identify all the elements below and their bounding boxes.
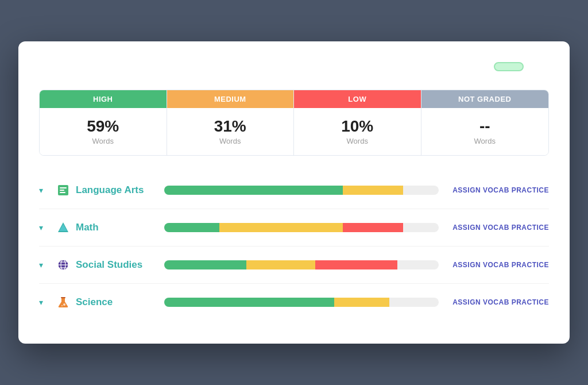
subject-row-math: ▾ Math ASSIGN VOCAB PRACTICE: [39, 209, 549, 247]
subject-bar-inner-math: [164, 223, 439, 232]
subject-name-language-arts: Language Arts: [76, 184, 150, 196]
grade-cards: HIGH 59% Words MEDIUM 31% Words LOW 10% …: [39, 90, 549, 156]
grade-card-pct-high: 59%: [47, 117, 160, 136]
subject-bar-inner-language-arts: [164, 186, 439, 195]
grade-card-sub-high: Words: [92, 137, 114, 145]
grade-card-medium: MEDIUM 31% Words: [167, 90, 295, 155]
subject-toggle-science[interactable]: ▾: [39, 298, 55, 307]
grade-card-high: HIGH 59% Words: [40, 90, 167, 155]
grade-card-body-low: 10% Words: [294, 108, 421, 155]
subject-name-social-studies: Social Studies: [76, 259, 150, 271]
modal-container: HIGH 59% Words MEDIUM 31% Words LOW 10% …: [18, 41, 570, 344]
subject-icon-math: [55, 220, 71, 236]
grade-card-header-low: LOW: [294, 90, 421, 108]
bar-red: [343, 223, 403, 232]
svg-marker-5: [59, 224, 67, 231]
assign-vocab-button-social-studies[interactable]: ASSIGN VOCAB PRACTICE: [452, 261, 549, 269]
subject-icon-science: [55, 294, 71, 310]
subject-toggle-language-arts[interactable]: ▾: [39, 186, 55, 195]
subject-name-science: Science: [76, 297, 150, 308]
bar-green: [164, 186, 343, 195]
subject-name-math: Math: [76, 222, 150, 233]
grade-card-pct-not-graded: --: [428, 117, 542, 136]
svg-rect-1: [60, 187, 67, 188]
grade-card-sub-not-graded: Words: [474, 137, 496, 145]
subject-row-language-arts: ▾ Language Arts ASSIGN VOCAB PRACTICE: [39, 172, 549, 209]
subject-bar-language-arts: [164, 186, 439, 195]
grade-card-low: LOW 10% Words: [294, 90, 421, 155]
grade-card-body-medium: 31% Words: [167, 108, 294, 155]
subject-bar-math: [164, 223, 439, 232]
average-badge: [494, 62, 524, 71]
subject-bar-inner-science: [164, 298, 439, 307]
grade-card-not-graded: NOT GRADED -- Words: [421, 90, 549, 155]
grade-card-pct-low: 10%: [301, 117, 414, 136]
average-stat: [469, 60, 549, 74]
assign-vocab-button-science[interactable]: ASSIGN VOCAB PRACTICE: [452, 298, 549, 306]
bar-yellow: [246, 260, 315, 270]
grade-card-header-high: HIGH: [40, 90, 167, 108]
grade-card-header-not-graded: NOT GRADED: [421, 90, 549, 108]
grade-card-sub-medium: Words: [219, 137, 241, 145]
svg-rect-3: [60, 192, 65, 193]
grade-card-header-medium: MEDIUM: [167, 90, 294, 108]
practice-items-stat: [317, 71, 469, 74]
word-exposures-stat: [165, 71, 317, 74]
svg-rect-2: [60, 190, 64, 191]
grade-card-body-high: 59% Words: [40, 108, 167, 155]
svg-point-14: [61, 305, 63, 306]
subject-toggle-social-studies[interactable]: ▾: [39, 260, 55, 270]
svg-rect-12: [61, 297, 65, 298]
bar-green: [164, 223, 219, 232]
grade-card-pct-medium: 31%: [174, 117, 287, 136]
subject-bar-inner-social-studies: [164, 260, 439, 270]
header-row: [39, 60, 549, 74]
student-info: [39, 71, 165, 74]
grade-card-sub-low: Words: [347, 137, 368, 145]
bar-yellow: [334, 298, 389, 307]
subject-toggle-math[interactable]: ▾: [39, 223, 55, 232]
grade-card-body-not-graded: -- Words: [421, 108, 549, 155]
subject-rows: ▾ Language Arts ASSIGN VOCAB PRACTICE ▾ …: [39, 172, 549, 321]
subject-icon-social-studies: [55, 257, 71, 273]
svg-point-13: [63, 303, 65, 306]
assign-vocab-button-language-arts[interactable]: ASSIGN VOCAB PRACTICE: [452, 186, 549, 194]
subject-bar-science: [164, 298, 439, 307]
bar-green: [164, 260, 246, 270]
subject-bar-social-studies: [164, 260, 439, 270]
bar-yellow: [343, 186, 403, 195]
bar-yellow: [219, 223, 343, 232]
subject-row-social-studies: ▾ Social Studies ASSIGN VOCAB PRACTICE: [39, 247, 549, 284]
bar-red: [315, 260, 397, 270]
subject-icon-language-arts: [55, 182, 71, 198]
assign-vocab-button-math[interactable]: ASSIGN VOCAB PRACTICE: [452, 224, 549, 232]
subject-row-science: ▾ Science ASSIGN VOCAB PRACTICE: [39, 284, 549, 321]
bar-green: [164, 298, 334, 307]
